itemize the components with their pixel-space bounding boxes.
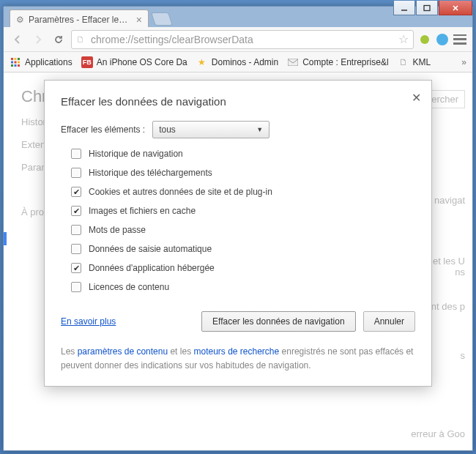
checkbox-row[interactable]: Mots de passe <box>71 225 415 235</box>
checkbox-label: Données de saisie automatique <box>89 244 212 254</box>
hamburger-menu-button[interactable] <box>453 34 466 45</box>
tab-close-icon[interactable]: × <box>136 14 142 26</box>
dropdown-value: tous <box>159 124 176 135</box>
search-engines-link[interactable]: moteurs de recherche <box>193 346 279 357</box>
svg-rect-9 <box>11 61 13 63</box>
new-tab-button[interactable] <box>151 12 173 26</box>
modal-overlay: ✕ Effacer les données de navigation Effa… <box>4 72 472 450</box>
content-area: Chrom Historiqu Extensio Paramèt À propo… <box>4 72 472 450</box>
cancel-button[interactable]: Annuler <box>363 311 415 332</box>
checkbox[interactable] <box>71 244 81 254</box>
content-settings-link[interactable]: paramètres de contenu <box>78 346 168 357</box>
url-input[interactable] <box>89 33 394 46</box>
window-controls <box>393 1 472 15</box>
checkbox-label: Images et fichiers en cache <box>89 206 196 216</box>
checkbox-label: Licences de contenu <box>89 282 169 292</box>
apps-grid-icon <box>10 56 21 68</box>
favicon-icon: ★ <box>196 56 208 68</box>
favicon-icon: 🗋 <box>398 56 409 68</box>
bookmarks-overflow-button[interactable]: » <box>461 57 466 67</box>
dialog-close-button[interactable]: ✕ <box>412 91 421 105</box>
svg-point-4 <box>420 35 429 44</box>
bookmark-item[interactable]: ★ Dominos - Admin <box>196 56 278 68</box>
bookmark-item[interactable]: 🗋 KML <box>398 56 431 68</box>
checkbox[interactable] <box>71 149 81 159</box>
svg-rect-10 <box>15 61 17 63</box>
checkbox-row[interactable]: Licences de contenu <box>71 282 415 292</box>
clear-data-button[interactable]: Effacer les données de navigation <box>201 311 356 332</box>
options-list: Historique de navigationHistorique des t… <box>71 149 415 292</box>
apps-shortcut[interactable]: Applications <box>10 56 72 68</box>
checkbox-label: Données d'application hébergée <box>89 263 215 273</box>
checkbox[interactable] <box>71 206 81 216</box>
time-range-label: Effacer les éléments : <box>61 124 145 135</box>
browser-tab[interactable]: ⚙ Paramètres - Effacer les do… × <box>10 10 149 27</box>
svg-rect-1 <box>424 5 430 10</box>
svg-rect-8 <box>18 58 20 60</box>
checkbox-label: Historique des téléchargements <box>89 168 212 178</box>
favicon-icon: FB <box>81 56 93 68</box>
checkbox-row[interactable]: Historique des téléchargements <box>71 168 415 178</box>
address-bar[interactable]: 🗋 ☆ <box>71 30 414 49</box>
browser-window: ⚙ Paramètres - Effacer les do… × 🗋 ☆ App… <box>3 6 473 451</box>
window-minimize-button[interactable] <box>393 1 415 15</box>
bookmarks-bar: Applications FB An iPhone OS Core Da ★ D… <box>4 52 472 72</box>
dialog-title: Effacer les données de navigation <box>61 95 415 108</box>
favicon-icon <box>287 56 299 68</box>
checkbox-row[interactable]: Données d'application hébergée <box>71 263 415 273</box>
back-button[interactable] <box>10 31 26 48</box>
star-icon[interactable]: ☆ <box>398 32 409 46</box>
reload-button[interactable] <box>51 31 67 48</box>
checkbox[interactable] <box>71 282 81 292</box>
svg-rect-12 <box>11 64 13 67</box>
checkbox-label: Historique de navigation <box>89 149 183 159</box>
svg-rect-11 <box>18 61 20 63</box>
svg-rect-14 <box>18 64 20 67</box>
bookmark-label: KML <box>413 57 431 67</box>
android-extension-icon[interactable] <box>418 33 431 46</box>
time-range-row: Effacer les éléments : tous ▼ <box>61 121 415 138</box>
bookmark-item[interactable]: FB An iPhone OS Core Da <box>81 56 187 68</box>
window-maximize-button[interactable] <box>416 1 438 15</box>
toolbar: 🗋 ☆ <box>4 27 472 52</box>
gear-icon: ⚙ <box>16 15 24 25</box>
checkbox[interactable] <box>71 263 81 273</box>
svg-point-5 <box>436 34 448 45</box>
learn-more-link[interactable]: En savoir plus <box>61 316 116 327</box>
checkbox-row[interactable]: Historique de navigation <box>71 149 415 159</box>
apps-label: Applications <box>25 57 72 67</box>
svg-rect-13 <box>15 64 17 67</box>
svg-rect-7 <box>15 58 17 60</box>
checkbox-row[interactable]: Images et fichiers en cache <box>71 206 415 216</box>
page-icon: 🗋 <box>76 34 85 45</box>
svg-rect-6 <box>11 58 13 60</box>
bookmark-label: An iPhone OS Core Da <box>97 57 187 67</box>
checkbox[interactable] <box>71 187 81 197</box>
time-range-dropdown[interactable]: tous ▼ <box>152 121 269 138</box>
bookmark-item[interactable]: Compte : Entreprise&l <box>287 56 388 68</box>
dialog-note: Les paramètres de contenu et les moteurs… <box>61 345 415 373</box>
checkbox-label: Mots de passe <box>89 225 146 235</box>
profile-avatar-icon[interactable] <box>436 33 449 46</box>
checkbox[interactable] <box>71 168 81 178</box>
dialog-footer: En savoir plus Effacer les données de na… <box>61 311 415 332</box>
checkbox-row[interactable]: Cookies et autres données de site et de … <box>71 187 415 197</box>
tab-title: Paramètres - Effacer les do… <box>29 15 132 25</box>
clear-browsing-data-dialog: ✕ Effacer les données de navigation Effa… <box>44 80 432 387</box>
chevron-down-icon: ▼ <box>256 126 263 133</box>
bookmark-label: Dominos - Admin <box>212 57 278 67</box>
window-close-button[interactable] <box>439 1 472 15</box>
checkbox-row[interactable]: Données de saisie automatique <box>71 244 415 254</box>
bookmark-label: Compte : Entreprise&l <box>302 57 388 67</box>
checkbox[interactable] <box>71 225 81 235</box>
checkbox-label: Cookies et autres données de site et de … <box>89 187 272 197</box>
forward-button[interactable] <box>30 31 46 48</box>
svg-rect-15 <box>288 59 298 66</box>
